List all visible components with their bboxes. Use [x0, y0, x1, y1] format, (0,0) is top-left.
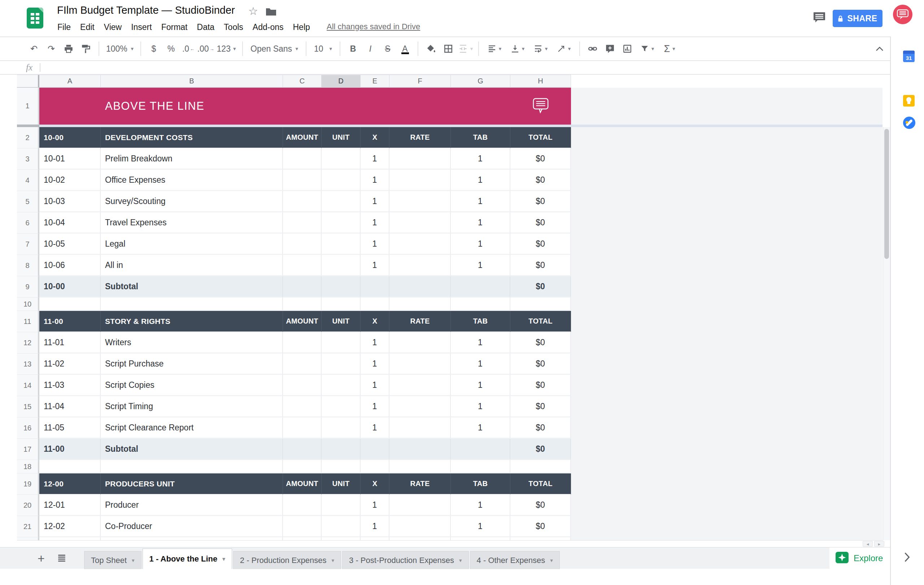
cell-C11[interactable]: AMOUNT — [283, 311, 322, 332]
column-header-D[interactable]: D — [322, 75, 361, 88]
column-header-F[interactable]: F — [389, 75, 451, 88]
cell-A12[interactable]: 11-01 — [40, 332, 101, 354]
cell-B6[interactable]: Travel Expenses — [101, 212, 283, 234]
italic-button[interactable]: I — [362, 40, 379, 57]
cell-B17[interactable]: Subtotal — [101, 439, 283, 460]
cell-D8[interactable] — [322, 255, 361, 276]
cell-H12[interactable]: $0 — [510, 332, 571, 354]
insert-comment-button[interactable] — [601, 40, 619, 57]
cell-D3[interactable] — [322, 149, 361, 170]
cell-H10[interactable] — [510, 297, 571, 311]
row-header-1[interactable]: 1 — [17, 88, 40, 125]
menu-view[interactable]: View — [99, 20, 126, 34]
column-header-H[interactable]: H — [510, 75, 571, 88]
row-header-3[interactable]: 3 — [17, 149, 40, 170]
menu-help[interactable]: Help — [288, 20, 314, 34]
cell-B13[interactable]: Script Purchase — [101, 354, 283, 375]
decrease-decimal-button[interactable]: .0← — [180, 40, 197, 57]
cell-A5[interactable]: 10-03 — [40, 191, 101, 212]
cell-B2[interactable]: DEVELOPMENT COSTS — [101, 127, 283, 149]
row-header-12[interactable]: 12 — [17, 332, 40, 354]
cell-B11[interactable]: STORY & RIGHTS — [101, 311, 283, 332]
cell-G21[interactable]: 1 — [451, 516, 510, 537]
cell-G7[interactable]: 1 — [451, 234, 510, 255]
cell-A10[interactable] — [40, 297, 101, 311]
cell-H13[interactable]: $0 — [510, 354, 571, 375]
cell-A4[interactable]: 10-02 — [40, 170, 101, 191]
row-header-19[interactable]: 19 — [17, 473, 40, 495]
cell-D16[interactable] — [322, 417, 361, 439]
cell-B12[interactable]: Writers — [101, 332, 283, 354]
cell-B16[interactable]: Script Clearance Report — [101, 417, 283, 439]
filter-button[interactable]: ▾ — [636, 40, 658, 57]
cell-F15[interactable] — [389, 396, 451, 417]
cell-A11[interactable]: 11-00 — [40, 311, 101, 332]
strikethrough-button[interactable]: S — [379, 40, 396, 57]
merge-cells-button[interactable]: ▾ — [457, 40, 474, 57]
column-header-E[interactable]: E — [361, 75, 389, 88]
cell-G5[interactable]: 1 — [451, 191, 510, 212]
cell-G3[interactable]: 1 — [451, 149, 510, 170]
menu-tools[interactable]: Tools — [219, 20, 248, 34]
cell-H5[interactable]: $0 — [510, 191, 571, 212]
cell-B8[interactable]: All in — [101, 255, 283, 276]
cell-B15[interactable]: Script Timing — [101, 396, 283, 417]
cell-A19[interactable]: 12-00 — [40, 473, 101, 495]
cell-A3[interactable]: 10-01 — [40, 149, 101, 170]
text-rotation-button[interactable]: ▾ — [552, 40, 575, 57]
cell-A15[interactable]: 11-04 — [40, 396, 101, 417]
cell-G15[interactable]: 1 — [451, 396, 510, 417]
sheet-tab-2-production-expenses[interactable]: 2 - Production Expenses▾ — [233, 551, 341, 569]
row-header-17[interactable]: 17 — [17, 439, 40, 460]
row-header-14[interactable]: 14 — [17, 375, 40, 396]
row-header-7[interactable]: 7 — [17, 234, 40, 255]
cell-D9[interactable] — [322, 276, 361, 297]
cell-F10[interactable] — [389, 297, 451, 311]
cell-C3[interactable] — [283, 149, 322, 170]
cell-A20[interactable]: 12-01 — [40, 495, 101, 516]
cell-C13[interactable] — [283, 354, 322, 375]
more-formats-button[interactable]: 123▾ — [214, 40, 238, 57]
cell-A16[interactable]: 11-05 — [40, 417, 101, 439]
cell-F4[interactable] — [389, 170, 451, 191]
cell-F20[interactable] — [389, 495, 451, 516]
account-avatar[interactable] — [893, 5, 912, 24]
share-button[interactable]: SHARE — [833, 10, 883, 27]
select-all-corner[interactable] — [17, 75, 40, 88]
cell-F5[interactable] — [389, 191, 451, 212]
cell-H17[interactable]: $0 — [510, 439, 571, 460]
increase-decimal-button[interactable]: .00→ — [197, 40, 214, 57]
row-header-5[interactable]: 5 — [17, 191, 40, 212]
cell-B5[interactable]: Survey/Scouting — [101, 191, 283, 212]
chevron-down-icon[interactable]: ▾ — [222, 556, 225, 562]
menu-format[interactable]: Format — [157, 20, 192, 34]
vertical-scrollbar[interactable] — [883, 127, 890, 540]
bold-button[interactable]: B — [344, 40, 362, 57]
insert-chart-button[interactable] — [619, 40, 636, 57]
cell-E7[interactable]: 1 — [361, 234, 389, 255]
cell-F8[interactable] — [389, 255, 451, 276]
font-select[interactable]: Open Sans▾ — [247, 40, 302, 57]
row-header-8[interactable]: 8 — [17, 255, 40, 276]
cell-G9[interactable] — [451, 276, 510, 297]
cell-D5[interactable] — [322, 191, 361, 212]
cell-E8[interactable]: 1 — [361, 255, 389, 276]
row-header-15[interactable]: 15 — [17, 396, 40, 417]
formula-input[interactable] — [40, 61, 890, 74]
functions-button[interactable]: Σ ▾ — [658, 40, 681, 57]
insert-link-button[interactable] — [584, 40, 601, 57]
cell-B7[interactable]: Legal — [101, 234, 283, 255]
cell-A1[interactable]: ABOVE THE LINE — [40, 88, 571, 125]
sheet-tab-3-post-production-expenses[interactable]: 3 - Post-Production Expenses▾ — [342, 551, 469, 569]
cell-A7[interactable]: 10-05 — [40, 234, 101, 255]
cell-H20[interactable]: $0 — [510, 495, 571, 516]
cell-D10[interactable] — [322, 297, 361, 311]
cell-E14[interactable]: 1 — [361, 375, 389, 396]
fill-color-button[interactable] — [422, 40, 440, 57]
font-size-select[interactable]: 10▾ — [310, 40, 336, 57]
cell-F16[interactable] — [389, 417, 451, 439]
cell-E2[interactable]: X — [361, 127, 389, 149]
scroll-left-button[interactable]: ◂ — [863, 541, 873, 547]
sheet-tab-1-above-the-line[interactable]: 1 - Above the Line▾ — [143, 549, 232, 569]
cell-F19[interactable]: RATE — [389, 473, 451, 495]
